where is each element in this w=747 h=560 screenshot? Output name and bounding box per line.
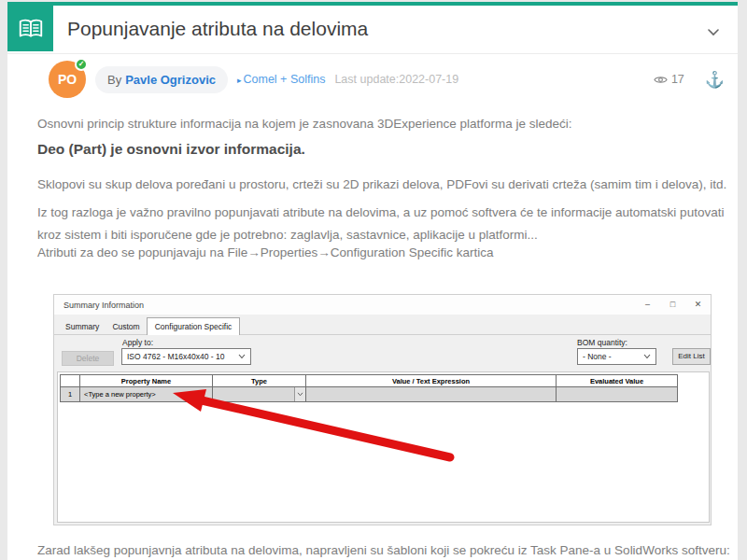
paragraph-sabloni: Zarad lakšeg popunjavnja atributa na del… xyxy=(37,539,730,560)
properties-panel: Property Name Type Value / Text Expressi… xyxy=(57,371,710,523)
views-count: 17 xyxy=(671,73,684,86)
paragraph-intro: Osnovni princip strukture informacija na… xyxy=(37,113,730,135)
author-link[interactable]: Pavle Ogrizovic xyxy=(125,73,216,87)
tab-summary[interactable]: Summary xyxy=(59,320,106,334)
byline: PO ✓ By Pavle Ogrizovic ▸Comel + Solfins… xyxy=(49,59,725,100)
book-icon xyxy=(7,6,53,51)
organization-link[interactable]: ▸Comel + Solfins xyxy=(237,73,325,86)
table-header-row: Property Name Type Value / Text Expressi… xyxy=(61,375,678,387)
collapse-chevron-down-icon[interactable] xyxy=(704,22,723,41)
section-heading: Deo (Part) je osnovni izvor informacija. xyxy=(37,141,730,158)
minimize-icon[interactable]: – xyxy=(635,295,660,315)
verified-check-icon: ✓ xyxy=(75,58,88,71)
views-counter: 17 xyxy=(654,73,684,86)
type-dropdown-chevron-icon[interactable] xyxy=(294,387,305,401)
paragraph-atributi: Atributi za deo se popunjavaju na File→P… xyxy=(37,242,730,264)
by-label: By xyxy=(107,73,121,87)
bom-quantity-dropdown[interactable]: - None - xyxy=(577,348,656,365)
dialog-titlebar: Summary Information – □ ✕ xyxy=(54,295,711,315)
row-number: 1 xyxy=(61,387,80,402)
author-pill: By Pavle Ogrizovic xyxy=(95,66,228,93)
maximize-icon[interactable]: □ xyxy=(660,295,685,315)
property-name-cell[interactable]: <Type a new property> xyxy=(80,387,213,402)
apply-to-label: Apply to: xyxy=(122,338,153,347)
eye-icon xyxy=(654,75,668,85)
delete-button[interactable]: Delete xyxy=(62,351,114,366)
value-cell[interactable] xyxy=(306,387,557,402)
col-type: Type xyxy=(213,375,306,387)
evaluated-value-cell xyxy=(557,387,678,402)
bom-quantity-label: BOM quantity: xyxy=(577,338,627,347)
last-update: Last update:2022-07-19 xyxy=(334,73,458,86)
table-row: 1 <Type a new property> xyxy=(61,387,678,402)
type-cell[interactable] xyxy=(213,387,306,402)
chevron-down-icon xyxy=(238,354,246,359)
tab-configuration-specific[interactable]: Configuration Specific xyxy=(147,317,241,335)
chevron-down-icon xyxy=(643,354,651,359)
edit-list-button[interactable]: Edit List xyxy=(672,348,711,365)
paragraph-sklopovi: Sklopovi su skup delova poređani u prost… xyxy=(37,174,730,196)
dialog-title: Summary Information xyxy=(63,301,144,310)
bom-quantity-value: - None - xyxy=(583,352,612,361)
close-icon[interactable]: ✕ xyxy=(685,295,711,315)
page-title: Popunjavanje atributa na delovima xyxy=(67,18,368,40)
avatar[interactable]: PO ✓ xyxy=(49,61,86,98)
permalink-anchor-icon[interactable]: ⚓ xyxy=(705,70,725,90)
header-divider xyxy=(7,53,738,54)
avatar-initials: PO xyxy=(58,72,77,87)
col-evaluated-value: Evaluated Value xyxy=(557,375,678,387)
tab-custom[interactable]: Custom xyxy=(106,320,146,334)
col-value-text-expression: Value / Text Expression xyxy=(306,375,557,387)
article-card: Popunjavanje atributa na delovima PO ✓ B… xyxy=(7,2,738,560)
paragraph-razlog: Iz tog razloga je važno pravilno popunja… xyxy=(37,202,730,246)
summary-information-dialog: Summary Information – □ ✕ Summary Custom… xyxy=(53,294,712,525)
org-label: Comel + Solfins xyxy=(244,73,326,86)
dialog-tabstrip: Summary Custom Configuration Specific xyxy=(54,315,711,335)
col-rownum xyxy=(61,375,80,387)
apply-to-value: ISO 4762 - M16x40x40 - 10 xyxy=(127,352,224,361)
apply-to-dropdown[interactable]: ISO 4762 - M16x40x40 - 10 xyxy=(121,348,251,365)
col-property-name: Property Name xyxy=(80,375,213,387)
properties-table: Property Name Type Value / Text Expressi… xyxy=(60,374,678,402)
org-arrow-icon: ▸ xyxy=(237,76,242,85)
